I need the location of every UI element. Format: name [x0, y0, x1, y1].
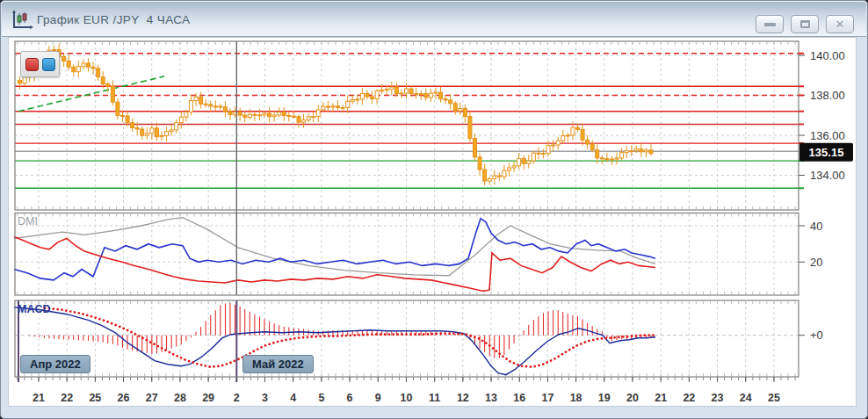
time-axis-label: 25	[768, 392, 780, 404]
time-axis-label: 28	[174, 392, 186, 404]
time-axis-label: 19	[598, 392, 611, 404]
time-axis-label: 24	[740, 392, 752, 404]
red-marker-tool[interactable]	[25, 58, 39, 71]
time-axis-label: 12	[457, 392, 469, 404]
time-axis-label: 17	[541, 392, 553, 404]
blue-marker-tool[interactable]	[42, 58, 55, 71]
dmi-axis-label: 40	[810, 220, 822, 233]
price-axis-label: 138.00	[810, 89, 845, 102]
time-axis-label: 9	[375, 392, 381, 404]
month-marker-apr: Апр 2022	[20, 355, 90, 373]
time-axis-label: 2	[234, 392, 240, 404]
time-axis-label: 5	[318, 392, 324, 404]
price-axis: 140.00138.00136.00134.00135.154020+0	[799, 49, 853, 343]
time-axis-label: 11	[429, 392, 440, 404]
time-axis-label: 25	[89, 392, 101, 404]
time-axis-label: 20	[626, 392, 639, 404]
time-axis-label: 21	[33, 392, 45, 404]
dmi-panel-label: DMI	[18, 215, 38, 228]
chart-canvas[interactable]: 140.00138.00136.00134.00135.154020+02122…	[1, 1, 868, 419]
time-axis-label: 22	[61, 392, 73, 404]
time-axis-label: 29	[202, 392, 214, 404]
price-axis-label: 140.00	[810, 49, 845, 62]
chart-mini-toolbar	[20, 51, 60, 77]
time-axis-label: 26	[118, 392, 130, 404]
time-axis-label: 21	[655, 392, 667, 404]
time-axis-label: 23	[712, 392, 724, 404]
dmi-axis-label: 20	[810, 256, 822, 269]
time-axis-label: 6	[347, 392, 353, 404]
time-axis-label: 3	[262, 392, 268, 404]
price-axis-label: 136.00	[810, 129, 845, 142]
time-axis-label: 18	[570, 392, 582, 404]
time-axis-label: 13	[485, 392, 497, 404]
month-marker-may: Май 2022	[242, 355, 314, 373]
time-axis-label: 10	[401, 392, 413, 404]
current-price-value: 135.15	[809, 146, 844, 159]
time-axis: 2122252627282923456910111213161718192021…	[18, 377, 795, 404]
time-axis-label: 4	[290, 392, 296, 404]
macd-axis-label: +0	[810, 329, 823, 342]
price-axis-label: 134.00	[810, 169, 845, 182]
time-axis-label: 22	[683, 392, 695, 404]
time-axis-label: 27	[146, 392, 158, 404]
chart-window: График EUR /JPY 4 ЧАСА ✕ 140.00138.00136…	[0, 0, 868, 419]
macd-panel-label: MACD	[18, 303, 51, 315]
time-axis-label: 16	[513, 392, 525, 404]
